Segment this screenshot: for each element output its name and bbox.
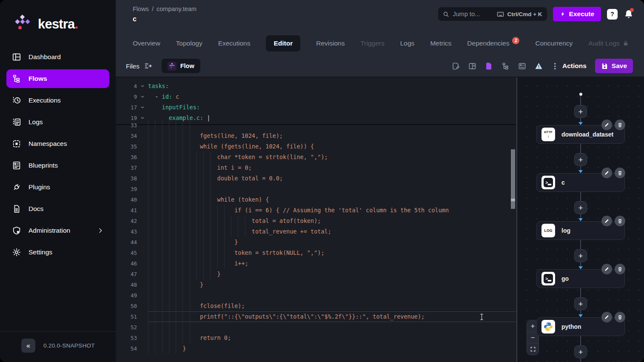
code-line[interactable]: 37 int i = 0;: [116, 162, 516, 173]
sidebar-item-logs[interactable]: Logs: [6, 113, 109, 131]
code-line[interactable]: 38 double total = 0.0;: [116, 173, 516, 184]
blueprint-list-icon[interactable]: [518, 62, 526, 70]
execute-button[interactable]: Execute: [553, 7, 601, 21]
code-line[interactable]: 53 return 0;: [116, 333, 516, 343]
sidebar-item-docs[interactable]: Docs: [6, 200, 109, 218]
code-line[interactable]: 46 i++;: [116, 258, 516, 269]
tab-metrics[interactable]: Metrics: [430, 40, 451, 47]
code-line[interactable]: 35 while (fgets(line, 1024, file)) {: [116, 141, 516, 152]
code-line[interactable]: 41 if (i == 6) { // Assuming the 'total'…: [116, 205, 516, 216]
files-panel-toggle-icon[interactable]: [144, 62, 152, 70]
help-button[interactable]: ?: [607, 9, 618, 20]
code-line[interactable]: 52: [116, 322, 516, 333]
task-node-go[interactable]: >▂go: [536, 269, 625, 288]
sticky-code-line[interactable]: 17 inputFiles:: [116, 102, 516, 113]
tab-label: Audit Logs: [588, 40, 619, 47]
editor-scrollbar[interactable]: [511, 149, 515, 209]
doc-purple-icon[interactable]: [485, 62, 493, 70]
tab-triggers[interactable]: Triggers: [360, 40, 384, 47]
edit-task-button[interactable]: [601, 216, 612, 226]
tab-executions[interactable]: Executions: [218, 40, 251, 47]
delete-task-button[interactable]: [615, 120, 625, 130]
indent-guide: [162, 322, 162, 333]
edit-task-button[interactable]: [601, 168, 612, 178]
code-line[interactable]: 49: [116, 290, 516, 301]
save-button[interactable]: Save: [595, 59, 633, 73]
sidebar-item-label: Blueprints: [28, 162, 58, 169]
sidebar-item-label: Administration: [28, 227, 70, 234]
edit-task-button[interactable]: [601, 312, 612, 322]
delete-task-button[interactable]: [615, 168, 625, 178]
indent-guide: [182, 216, 183, 226]
task-node-python[interactable]: python: [536, 317, 625, 336]
delete-task-button[interactable]: [615, 264, 625, 274]
code-editor[interactable]: 4tasks:9 - id: c17 inputFiles:19 example…: [116, 77, 516, 362]
add-task-button[interactable]: +: [574, 105, 587, 118]
breadcrumb-flows[interactable]: Flows: [133, 6, 149, 12]
split-view-icon[interactable]: [468, 62, 476, 70]
jump-to-search[interactable]: Jump to... Ctrl/Cmd + K: [438, 7, 547, 21]
tab-topology[interactable]: Topology: [176, 40, 202, 47]
code-line[interactable]: 39: [116, 184, 516, 194]
code-line[interactable]: 47 }: [116, 269, 516, 279]
code-line[interactable]: 50 fclose(file);: [116, 301, 516, 311]
add-task-button[interactable]: +: [574, 249, 587, 262]
sidebar-item-namespaces[interactable]: Namespaces: [6, 134, 109, 153]
delete-task-button[interactable]: [615, 312, 625, 322]
topology-tree-icon[interactable]: [502, 62, 510, 70]
sidebar-item-plugins[interactable]: Plugins: [6, 178, 109, 197]
notifications-bell-icon[interactable]: [624, 9, 634, 19]
tab-revisions[interactable]: Revisions: [316, 40, 345, 47]
add-task-button[interactable]: +: [574, 297, 587, 310]
breadcrumb-namespace[interactable]: company.team: [157, 6, 197, 12]
tab-audit-logs[interactable]: Audit Logs: [588, 40, 628, 47]
tab-overview[interactable]: Overview: [133, 40, 160, 47]
flow-file-tab[interactable]: Flow: [162, 59, 200, 73]
task-node-download_dataset[interactable]: HTTP↓download_dataset: [536, 125, 625, 144]
task-node-c[interactable]: >▂c: [536, 173, 625, 192]
sidebar-item-administration[interactable]: Administration: [6, 221, 109, 240]
sticky-code-line[interactable]: 4tasks:: [116, 81, 516, 91]
tab-editor[interactable]: Editor: [266, 35, 300, 51]
delete-task-button[interactable]: [615, 216, 625, 226]
code-line[interactable]: 43 total_revenue += total;: [116, 226, 516, 237]
sidebar-item-flows[interactable]: Flows: [6, 69, 109, 88]
add-task-button[interactable]: +: [574, 153, 587, 166]
tab-logs[interactable]: Logs: [400, 40, 415, 47]
indent-guide: [169, 333, 169, 343]
fold-chevron-icon[interactable]: [137, 81, 148, 91]
sidebar-item-dashboard[interactable]: Dashboard: [6, 48, 109, 66]
task-node-log[interactable]: LOGlog: [536, 221, 625, 240]
actions-button[interactable]: ⋮ Actions: [551, 62, 587, 71]
edit-file-icon[interactable]: [452, 62, 460, 70]
tab-concurrency[interactable]: Concurrency: [535, 40, 573, 47]
code-line[interactable]: 51 printf("::{\"outputs\":{\"total\":\"$…: [116, 311, 516, 322]
fold-chevron-icon[interactable]: [137, 102, 148, 113]
code-line[interactable]: 42 total = atof(token);: [116, 216, 516, 226]
edit-task-button[interactable]: [601, 264, 612, 274]
code-line[interactable]: 40 while (token) {: [116, 194, 516, 205]
fold-chevron-icon[interactable]: [137, 91, 148, 102]
kestra-logo[interactable]: kestra.: [0, 0, 116, 45]
add-task-button[interactable]: +: [574, 201, 587, 214]
sidebar-item-settings[interactable]: Settings: [6, 243, 109, 262]
fit-screen-button[interactable]: [527, 343, 539, 355]
edit-task-button[interactable]: [601, 120, 612, 130]
add-task-button[interactable]: +: [574, 345, 587, 358]
sidebar-item-executions[interactable]: Executions: [6, 91, 109, 110]
tab-dependencies[interactable]: Dependencies2: [467, 40, 519, 47]
warning-triangle-icon[interactable]: [535, 62, 543, 70]
code-line[interactable]: 48 }: [116, 279, 516, 290]
code-line[interactable]: 34 fgets(line, 1024, file);: [116, 131, 516, 141]
line-number: 36: [116, 152, 137, 162]
sticky-code-line[interactable]: 9 - id: c: [116, 91, 516, 102]
sidebar-collapse-button[interactable]: «: [21, 339, 35, 353]
blueprints-icon: [12, 161, 21, 170]
code-text: total_revenue += total;: [148, 226, 516, 237]
sidebar-item-blueprints[interactable]: Blueprints: [6, 156, 109, 175]
code-line[interactable]: 45 token = strtok(NULL, ",");: [116, 248, 516, 258]
code-line[interactable]: 36 char *token = strtok(line, ",");: [116, 152, 516, 162]
code-line[interactable]: 54 }: [116, 343, 516, 354]
code-line[interactable]: 33: [116, 120, 516, 131]
code-line[interactable]: 44 }: [116, 237, 516, 248]
